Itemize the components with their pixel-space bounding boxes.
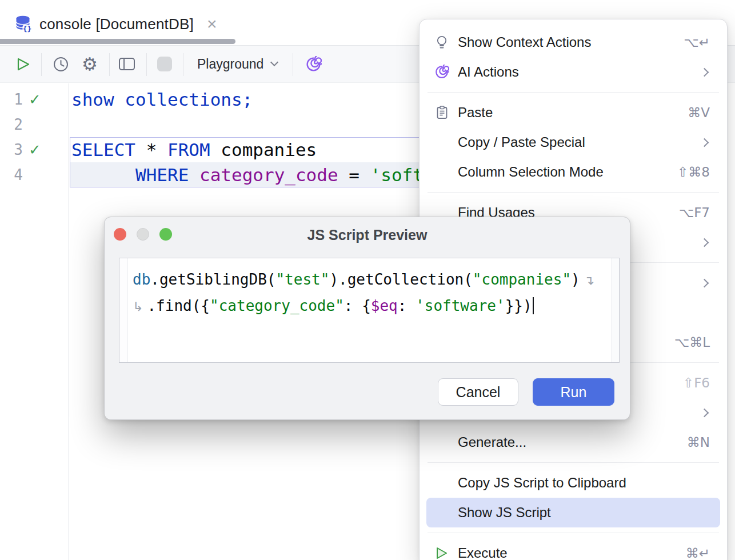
stop-icon xyxy=(157,57,172,71)
ai-swirl-icon xyxy=(434,65,449,79)
menu-item-label: Copy JS Script to Clipboard xyxy=(458,475,626,491)
code-segment: WHERE xyxy=(135,165,189,185)
menu-item-copy-js-script-to-clipboard[interactable]: Copy JS Script to Clipboard xyxy=(426,468,720,498)
toggle-panel-button[interactable] xyxy=(117,46,137,82)
code-segment: companies xyxy=(210,139,317,160)
menu-item-shortcut: ⌘N xyxy=(687,435,710,450)
menu-item-shortcut: ⌘↵ xyxy=(686,546,710,560)
dialog-title: JS Script Preview xyxy=(105,217,630,253)
close-window-button[interactable] xyxy=(114,228,126,241)
svg-text:{}: {} xyxy=(23,25,32,33)
menu-item-shortcut: ⌥⌘L xyxy=(674,335,710,350)
code-segment xyxy=(71,165,135,185)
soft-wrap-icon: ↳ xyxy=(133,299,147,314)
layout-panel-icon xyxy=(118,57,135,71)
menu-item-label: Execute xyxy=(458,545,508,560)
menu-item-label: Show JS Script xyxy=(458,505,551,521)
tab-close-icon[interactable]: × xyxy=(207,15,217,33)
minimize-window-button[interactable] xyxy=(137,228,149,241)
menu-item-shortcut: ⇧F6 xyxy=(683,375,710,390)
menu-item-shortcut: ⇧⌘8 xyxy=(677,165,710,179)
menu-item-ai-actions[interactable]: AI Actions xyxy=(426,57,720,87)
menu-separator xyxy=(428,533,719,533)
menu-item-label: Column Selection Mode xyxy=(458,164,604,180)
lightbulb-icon xyxy=(434,35,449,50)
line-number: 4 xyxy=(0,162,23,187)
code-segment: = xyxy=(338,165,370,185)
code-segment: : { xyxy=(344,297,371,314)
code-segment xyxy=(189,165,199,185)
submenu-chevron-icon xyxy=(700,67,709,77)
menu-item-label: Copy / Paste Special xyxy=(458,134,585,150)
chevron-down-icon xyxy=(270,58,278,66)
code-segment: $eq xyxy=(371,297,398,314)
text-caret xyxy=(533,297,534,314)
code-segment: 'software' xyxy=(416,297,505,314)
menu-item-execute[interactable]: Execute⌘↵ xyxy=(426,538,720,560)
menu-item-shortcut: ⌘V xyxy=(688,105,710,120)
code-lines: db.getSiblingDB("test").getCollection("c… xyxy=(133,266,594,319)
tab-title: console [DocumentDB] xyxy=(39,15,194,33)
code-segment: : xyxy=(398,297,416,314)
menu-item-generate[interactable]: Generate...⌘N xyxy=(426,427,720,457)
clipboard-icon xyxy=(434,105,449,120)
submenu-chevron-icon xyxy=(700,238,709,247)
menu-item-copy-paste-special[interactable]: Copy / Paste Special xyxy=(426,127,720,157)
database-icon: {} xyxy=(15,15,32,33)
code-segment: FROM xyxy=(167,139,210,160)
submenu-chevron-icon xyxy=(700,138,709,147)
tabbar-scrollbar[interactable] xyxy=(0,39,235,44)
ai-assistant-button[interactable] xyxy=(303,46,323,82)
code-segment: show collections; xyxy=(71,89,253,110)
code-segment: db xyxy=(133,271,150,288)
playground-label: Playground xyxy=(197,57,263,72)
soft-wrap-icon: ↴ xyxy=(580,273,594,287)
history-button[interactable] xyxy=(50,46,71,82)
code-segment: * xyxy=(135,139,167,160)
menu-item-show-js-script[interactable]: Show JS Script xyxy=(426,498,720,527)
menu-item-column-selection-mode[interactable]: Column Selection Mode⇧⌘8 xyxy=(426,157,720,187)
line-number: 1 xyxy=(0,87,23,112)
menu-item-show-context-actions[interactable]: Show Context Actions⌥↵ xyxy=(426,27,720,57)
settings-button[interactable]: ⚙ xyxy=(79,46,100,82)
menu-item-label: AI Actions xyxy=(458,64,519,80)
line-number: 3 xyxy=(0,137,23,162)
run-play-icon xyxy=(15,57,31,72)
tab-console-documentdb[interactable]: {} console [DocumentDB] × xyxy=(15,10,217,38)
run-button-dialog[interactable]: Run xyxy=(533,378,614,406)
code-line: SELECT * FROM companies xyxy=(71,137,317,162)
code-scrollbar[interactable] xyxy=(611,258,619,362)
menu-separator xyxy=(428,192,719,193)
menu-item-shortcut: ⌥↵ xyxy=(684,35,710,50)
code-segment: "test" xyxy=(275,271,329,288)
menu-separator xyxy=(428,92,719,93)
line-number: 2 xyxy=(0,112,23,137)
code-segment: ) xyxy=(571,271,580,288)
menu-item-paste[interactable]: Paste⌘V xyxy=(426,98,720,127)
toolbar-separator xyxy=(41,53,42,76)
js-script-code-editor[interactable]: db.getSiblingDB("test").getCollection("c… xyxy=(119,258,620,363)
toolbar-separator xyxy=(109,53,110,76)
stop-button[interactable] xyxy=(154,46,175,82)
menu-item-label: Paste xyxy=(458,105,493,121)
code-segment: }}) xyxy=(505,297,532,314)
menu-item-shortcut: ⌥F7 xyxy=(679,205,710,220)
submenu-chevron-icon xyxy=(700,408,709,417)
gear-icon: ⚙ xyxy=(82,55,98,73)
zoom-window-button[interactable] xyxy=(159,228,172,241)
code-line: WHERE category_code = 'software' xyxy=(71,162,477,187)
toolbar-separator xyxy=(293,53,293,76)
code-line: show collections; xyxy=(71,87,253,112)
js-code-line: ↳ .find({"category_code": {$eq: 'softwar… xyxy=(133,293,594,319)
playground-dropdown[interactable]: Playground xyxy=(197,46,277,82)
executed-check-icon: ✓ xyxy=(29,137,41,162)
run-button[interactable] xyxy=(13,46,33,82)
executed-check-icon: ✓ xyxy=(29,87,41,112)
code-segment: "companies" xyxy=(473,271,571,288)
cancel-button[interactable]: Cancel xyxy=(438,378,518,406)
dialog-titlebar[interactable]: JS Script Preview xyxy=(105,217,630,251)
toolbar-separator xyxy=(146,53,147,76)
code-segment: "category_code" xyxy=(210,297,344,314)
code-segment: .getSiblingDB( xyxy=(150,271,275,288)
menu-item-label: Generate... xyxy=(458,434,526,450)
